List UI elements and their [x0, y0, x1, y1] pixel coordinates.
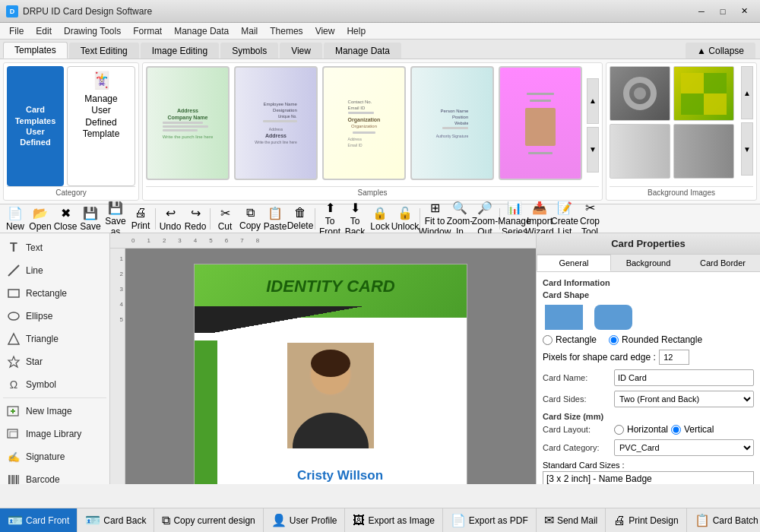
new-image-tool[interactable]: New Image: [0, 400, 109, 423]
tab-image-editing[interactable]: Image Editing: [141, 43, 219, 59]
user-profile-btn[interactable]: 👤 User Profile: [264, 508, 346, 532]
tab-templates[interactable]: Templates: [3, 42, 68, 59]
barcode-tool[interactable]: Barcode: [0, 468, 109, 484]
rectangle-tool[interactable]: Rectangle: [0, 282, 109, 305]
tab-manage-data[interactable]: Manage Data: [324, 43, 401, 59]
zoom-out-button[interactable]: 🔎Zoom-Out: [473, 207, 497, 230]
menu-themes[interactable]: Themes: [264, 24, 309, 38]
sample-item[interactable]: [499, 66, 582, 180]
canvas-area[interactable]: 0 1 2 3 4 5 6 7 8 1 2 3 4 5: [110, 233, 536, 484]
menu-format[interactable]: Format: [127, 24, 168, 38]
print-design-btn[interactable]: 🖨 Print Design: [606, 508, 686, 532]
card-name-input[interactable]: [614, 369, 754, 386]
triangle-tool[interactable]: Triangle: [0, 328, 109, 350]
menu-manage-data[interactable]: Manage Data: [168, 24, 235, 38]
undo-button[interactable]: ↩Undo: [158, 207, 182, 230]
tab-background[interactable]: Background: [611, 255, 686, 271]
bg-thumb-2[interactable]: [673, 66, 734, 121]
vertical-radio-input[interactable]: [671, 425, 681, 435]
menu-file[interactable]: File: [3, 24, 30, 38]
copy-design-btn[interactable]: ⧉ Copy current design: [154, 508, 263, 532]
bg-scroll-down[interactable]: ▼: [741, 122, 753, 176]
crop-tool-button[interactable]: ✂Crop Tool: [578, 207, 602, 230]
samples-scroll-up[interactable]: ▲: [587, 78, 599, 124]
menu-view[interactable]: View: [309, 24, 341, 38]
close-button[interactable]: ✖Close: [53, 207, 78, 230]
card-batch-btn[interactable]: 📋 Card Batch Data: [687, 508, 760, 532]
menu-help[interactable]: Help: [340, 24, 372, 38]
to-front-button[interactable]: ⬆To Front: [318, 207, 342, 230]
rounded-radio[interactable]: Rounded Rectangle: [609, 334, 702, 345]
tab-view[interactable]: View: [280, 43, 322, 59]
export-image-btn[interactable]: 🖼 Export as Image: [345, 508, 442, 532]
ellipse-tool[interactable]: Ellipse: [0, 305, 109, 328]
card-back-icon: 🪪: [85, 513, 100, 527]
minimize-button[interactable]: ─: [692, 4, 711, 19]
menu-drawing-tools[interactable]: Drawing Tools: [58, 24, 127, 38]
text-tool[interactable]: T Text: [0, 236, 109, 259]
tab-symbols[interactable]: Symbols: [220, 43, 278, 59]
zoom-in-button[interactable]: 🔍Zoom-In: [448, 207, 472, 230]
standard-card-list[interactable]: [3 x 2 inch] - Name Badge [4 x 2 inch] -…: [543, 471, 754, 484]
card-back-btn[interactable]: 🪪 Card Back: [78, 508, 154, 532]
redo-button[interactable]: ↪Redo: [183, 207, 207, 230]
save-as-button[interactable]: 💾Save as: [103, 207, 128, 230]
card-category-select[interactable]: PVC_Card Paper_Card: [614, 439, 754, 456]
import-wizard-button[interactable]: 📥Import Wizard: [527, 207, 552, 230]
vertical-radio[interactable]: Vertical: [671, 424, 714, 435]
maximize-button[interactable]: □: [713, 4, 733, 19]
menu-mail[interactable]: Mail: [235, 24, 264, 38]
export-pdf-btn[interactable]: 📄 Export as PDF: [443, 508, 537, 532]
line-tool[interactable]: Line: [0, 259, 109, 282]
sample-item[interactable]: Person Name Position Website Authority S…: [410, 66, 494, 180]
rectangle-radio-input[interactable]: [543, 335, 553, 345]
cut-button[interactable]: ✂Cut: [213, 207, 237, 230]
horizontal-radio[interactable]: Horizontal: [614, 424, 668, 435]
rectangle-radio[interactable]: Rectangle: [543, 334, 597, 345]
paste-button[interactable]: 📋Paste: [263, 207, 287, 230]
unlock-button[interactable]: 🔓Unlock: [393, 207, 417, 230]
copy-button[interactable]: ⧉Copy: [238, 207, 262, 230]
tab-general[interactable]: General: [537, 255, 611, 271]
collapse-button[interactable]: ▲ Collapse: [686, 43, 755, 59]
manage-user-defined-button[interactable]: 🃏 ManageUserDefinedTemplate: [67, 66, 135, 186]
create-list-button[interactable]: 📝Create List: [553, 207, 577, 230]
horizontal-radio-input[interactable]: [614, 425, 624, 435]
sample-item[interactable]: Contact No. Email ID Organization Organi…: [322, 66, 406, 180]
send-mail-btn[interactable]: ✉ Send Mail: [537, 508, 606, 532]
tab-text-editing[interactable]: Text Editing: [69, 43, 139, 59]
bg-thumb-3[interactable]: [610, 124, 670, 179]
rounded-radio-input[interactable]: [609, 335, 619, 345]
svg-rect-4: [704, 73, 727, 93]
standard-size-item-1[interactable]: [3 x 2 inch] - Name Badge: [543, 472, 753, 484]
delete-button[interactable]: 🗑Delete: [288, 207, 312, 230]
manage-series-button[interactable]: 📊Manage Series: [502, 207, 527, 230]
sample-item[interactable]: Employee Name Designation Unique No. Add…: [234, 66, 318, 180]
sample-item[interactable]: Address Company Name Write the punch lin…: [146, 66, 230, 180]
close-window-button[interactable]: ✕: [734, 4, 754, 19]
card-templates-button[interactable]: Card TemplatesUser Defined: [7, 66, 64, 186]
bg-scroll-up[interactable]: ▲: [741, 66, 753, 119]
bg-thumb-1[interactable]: [610, 66, 670, 121]
tab-card-border[interactable]: Card Border: [686, 255, 760, 271]
bg-thumb-4[interactable]: [673, 124, 734, 179]
symbol-tool[interactable]: Ω Symbol: [0, 373, 109, 396]
samples-scroll-down[interactable]: ▼: [587, 127, 599, 173]
new-button[interactable]: 📄New: [3, 207, 27, 230]
star-tool[interactable]: Star: [0, 350, 109, 373]
to-back-button[interactable]: ⬇To Back: [343, 207, 367, 230]
signature-tool[interactable]: ✍ Signature: [0, 445, 109, 468]
save-button[interactable]: 💾Save: [78, 207, 103, 230]
image-library-tool[interactable]: Image Library: [0, 423, 109, 445]
card-sides-select[interactable]: Two (Front and Back) One (Front Only): [614, 391, 754, 407]
pixels-input[interactable]: [659, 350, 689, 365]
lock-button[interactable]: 🔒Lock: [368, 207, 392, 230]
bg-scroll: ▲ ▼: [741, 66, 753, 176]
svg-rect-17: [8, 475, 10, 484]
svg-rect-20: [14, 475, 15, 484]
fit-to-window-button[interactable]: ⊞Fit to Window: [423, 207, 447, 230]
print-button[interactable]: 🖨Print: [128, 207, 153, 230]
card-front-btn[interactable]: 🪪 Card Front: [0, 508, 78, 532]
menu-edit[interactable]: Edit: [30, 24, 58, 38]
open-button[interactable]: 📂Open: [28, 207, 52, 230]
